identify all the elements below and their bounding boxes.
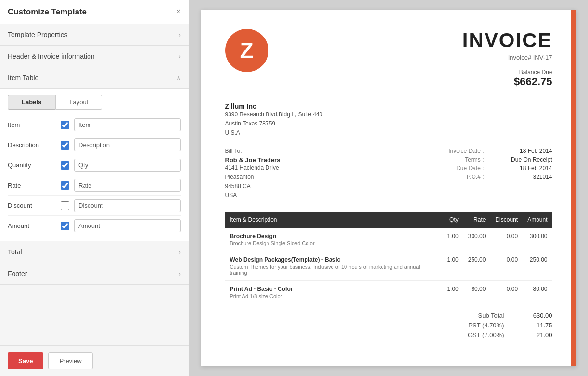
bill-addr-line1: 4141 Hacienda Drive [225,163,439,173]
item-cell-2: Web Design Packages(Template) - Basic Cu… [225,251,443,281]
bill-to-block: Bill To: Rob & Joe Traders 4141 Hacienda… [225,148,439,201]
item-table-chevron: ∧ [176,74,181,82]
item-discount-2: 0.00 [490,251,523,281]
item-qty-3: 1.00 [442,281,463,304]
item-table-header[interactable]: Item Table ∧ [0,67,189,89]
field-row-amount: Amount [8,216,181,236]
gst-label: GST (7.00%) [437,331,514,338]
header-invoice-chevron: › [179,52,181,60]
meta-row-date: Invoice Date : 18 Feb 2014 [448,148,552,154]
meta-label-po: P.O.# : [467,174,484,180]
bill-addr-line2: Pleasanton [225,173,439,182]
total-row-pst: PST (4.70%) 11.75 [225,322,552,329]
item-cell-3: Print Ad - Basic - Color Print Ad 1/8 si… [225,281,443,304]
item-discount-3: 0.00 [490,281,523,304]
col-header-item: Item & Description [225,212,443,228]
meta-label-date: Invoice Date : [448,148,484,154]
invoice-table: Item & Description Qty Rate Discount Amo… [225,212,552,304]
preview-button[interactable]: Preview [48,352,92,369]
total-label: Total [8,248,22,256]
field-input-discount[interactable] [74,199,181,212]
company-addr-line3: U.S.A [225,128,552,138]
item-qty-1: 1.00 [442,228,463,251]
bill-to-label: Bill To: [225,148,439,154]
total-section[interactable]: Total › [0,241,189,263]
meta-row-due-date: Due Date : 18 Feb 2014 [448,165,552,172]
field-row-rate: Rate [8,175,181,196]
bill-to-address: 4141 Hacienda Drive Pleasanton 94588 CA … [225,163,439,201]
field-checkbox-discount[interactable] [61,201,69,210]
total-chevron: › [179,248,181,256]
field-input-description[interactable] [74,138,181,151]
right-edge-strip [571,10,576,366]
close-button[interactable]: × [176,7,181,17]
item-cell-1: Brochure Design Brochure Design Single S… [225,228,443,251]
field-input-amount[interactable] [74,219,181,232]
col-header-discount: Discount [490,212,523,228]
bill-to-name: Rob & Joe Traders [225,156,439,163]
left-panel: Customize Template × Template Properties… [0,0,189,376]
invoice-number: Invoice# INV-17 [462,54,552,61]
meta-label-terms: Terms : [465,156,484,163]
balance-due-label: Balance Due [462,69,552,75]
meta-value-due-date: 18 Feb 2014 [490,165,552,172]
footer-section[interactable]: Footer › [0,263,189,285]
item-rate-2: 250.00 [463,251,491,281]
balance-due-amount: $662.75 [462,75,552,88]
field-checkbox-item[interactable] [61,121,69,129]
totals-block: Sub Total 630.00 PST (4.70%) 11.75 GST (… [225,312,552,338]
field-row-item: Item [8,115,181,135]
invoice-title-block: INVOICE Invoice# INV-17 Balance Due $662… [462,29,552,88]
meta-row-po: P.O.# : 321014 [448,174,552,180]
field-input-item[interactable] [74,118,181,131]
invoice-details-row: Bill To: Rob & Joe Traders 4141 Hacienda… [225,148,552,201]
subtotal-value: 630.00 [514,312,552,319]
total-row-subtotal: Sub Total 630.00 [225,312,552,319]
field-row-quantity: Quantity [8,155,181,175]
invoice-header: Z INVOICE Invoice# INV-17 Balance Due $6… [225,29,552,88]
table-row: Print Ad - Basic - Color Print Ad 1/8 si… [225,281,552,304]
total-row-gst: GST (7.00%) 21.00 [225,331,552,338]
item-amount-2: 250.00 [523,251,552,281]
template-properties-chevron: › [179,31,181,38]
col-header-rate: Rate [463,212,491,228]
company-name: Zillum Inc [225,102,552,110]
company-logo: Z [225,29,268,72]
bottom-buttons: Save Preview [0,345,189,376]
meta-row-terms: Terms : Due On Receipt [448,156,552,163]
item-rate-1: 300.00 [463,228,491,251]
fields-list: Item Description Quantity Rate [0,110,189,241]
tab-layout[interactable]: Layout [55,95,102,110]
gst-value: 21.00 [514,331,552,338]
item-discount-1: 0.00 [490,228,523,251]
company-info: Zillum Inc 9390 Research Blvd,Bldg II, S… [225,102,552,138]
field-label-item: Item [8,121,56,128]
panel-header: Customize Template × [0,0,189,24]
field-checkbox-quantity[interactable] [61,161,69,170]
meta-value-terms: Due On Receipt [490,156,552,163]
footer-label: Footer [8,270,27,277]
item-qty-2: 1.00 [442,251,463,281]
logo-letter: Z [240,38,253,63]
item-name-3: Print Ad - Basic - Color [230,286,438,292]
template-properties-label: Template Properties [8,31,68,38]
field-checkbox-description[interactable] [61,141,69,150]
field-label-discount: Discount [8,202,56,209]
invoice-paper: Z INVOICE Invoice# INV-17 Balance Due $6… [201,10,576,366]
field-input-quantity[interactable] [74,159,181,172]
header-invoice-section[interactable]: Header & Invoice information › [0,46,189,67]
company-addr-line2: Austin Texas 78759 [225,119,552,128]
field-checkbox-amount[interactable] [61,222,69,230]
field-checkbox-rate[interactable] [61,181,69,190]
tab-labels[interactable]: Labels [8,95,55,110]
field-label-quantity: Quantity [8,162,56,169]
save-button[interactable]: Save [8,352,43,369]
meta-label-due-date: Due Date : [456,165,484,172]
header-invoice-label: Header & Invoice information [8,52,95,60]
template-properties-section[interactable]: Template Properties › [0,24,189,46]
invoice-number-value: INV-17 [533,54,552,61]
item-desc-1: Brochure Design Single Sided Color [230,240,438,246]
subtotal-label: Sub Total [437,312,514,319]
bill-addr-line4: USA [225,191,439,200]
field-input-rate[interactable] [74,179,181,192]
